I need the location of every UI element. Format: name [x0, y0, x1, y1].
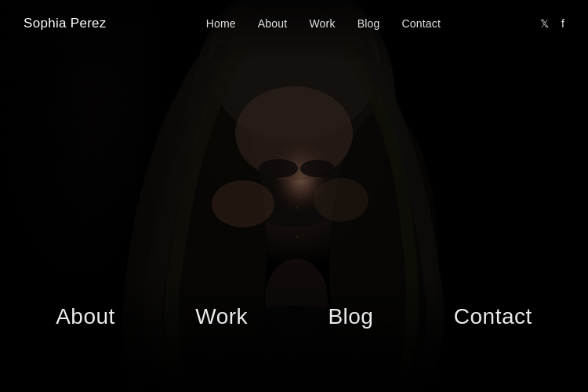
nav-item-about[interactable]: About	[258, 17, 288, 30]
nav-item-blog[interactable]: Blog	[358, 17, 380, 30]
twitter-icon[interactable]: 𝕏	[540, 17, 549, 30]
page-wrapper: Sophia Perez Home About Work Blog Contac…	[0, 0, 588, 392]
nav-item-contact[interactable]: Contact	[401, 17, 441, 30]
nav-item-home[interactable]: Home	[206, 17, 236, 30]
big-nav-contact[interactable]: Contact	[454, 304, 532, 329]
logo: Sophia Perez	[24, 16, 107, 31]
bottom-overlay	[0, 274, 588, 392]
header: Sophia Perez Home About Work Blog Contac…	[0, 0, 588, 47]
big-nav-blog[interactable]: Blog	[328, 304, 373, 329]
main-nav: Home About Work Blog Contact	[206, 17, 441, 30]
big-nav-work[interactable]: Work	[195, 304, 248, 329]
social-links: 𝕏 f	[540, 17, 564, 30]
big-nav: About Work Blog Contact	[0, 304, 588, 329]
big-nav-about[interactable]: About	[56, 304, 115, 329]
facebook-icon[interactable]: f	[561, 17, 564, 30]
nav-item-work[interactable]: Work	[309, 17, 335, 30]
